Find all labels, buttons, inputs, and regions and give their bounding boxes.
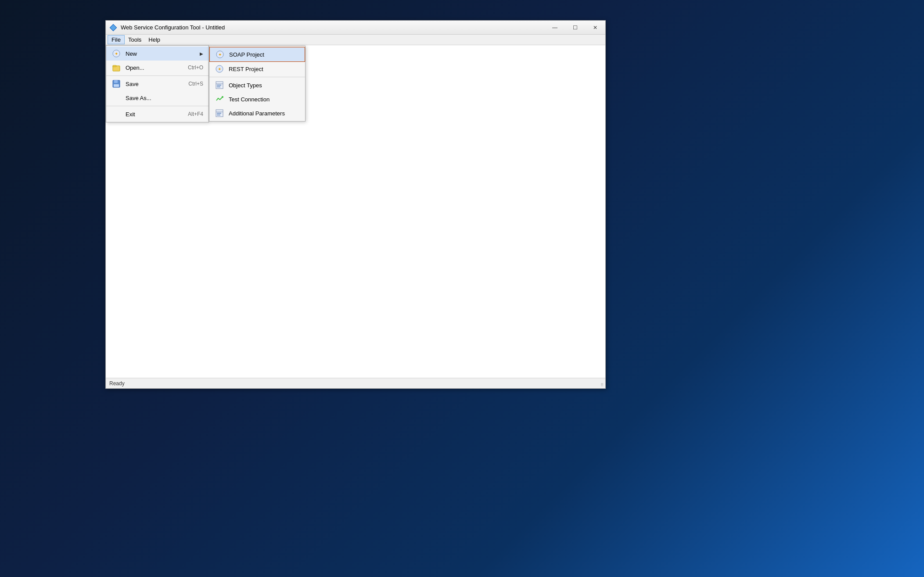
open-shortcut: Ctrl+O	[188, 65, 203, 71]
additional-parameters-label: Additional Parameters	[229, 110, 285, 117]
svg-rect-15	[217, 85, 221, 86]
test-connection-icon	[215, 94, 224, 104]
restore-button[interactable]: ☐	[565, 21, 585, 35]
status-text: Ready	[109, 380, 125, 387]
save-as-label: Save As...	[126, 95, 203, 101]
new-submenu: ✦ SOAP Project ✦ REST Pro	[209, 46, 306, 122]
new-icon-svg: ✦	[112, 49, 121, 58]
exit-label: Exit	[126, 111, 183, 118]
main-window: Web Service Configuration Tool - Untitle…	[105, 20, 606, 389]
svg-text:✦: ✦	[218, 52, 222, 57]
exit-icon	[111, 109, 121, 119]
file-menu-exit[interactable]: Exit Alt+F4	[106, 107, 209, 121]
svg-rect-7	[114, 80, 118, 83]
save-icon	[111, 79, 121, 89]
test-connection-label: Test Connection	[229, 96, 270, 103]
save-shortcut: Ctrl+S	[188, 81, 203, 87]
object-types-icon	[215, 80, 224, 90]
object-types-label: Object Types	[229, 82, 262, 89]
exit-shortcut: Alt+F4	[188, 111, 203, 117]
rest-project-label: REST Project	[229, 66, 263, 72]
new-object-types[interactable]: Object Types	[209, 78, 305, 92]
title-bar-left: Web Service Configuration Tool - Untitle…	[109, 24, 225, 32]
app-icon	[109, 24, 117, 32]
minimize-button[interactable]: —	[545, 21, 565, 35]
separator-2	[106, 106, 209, 106]
new-arrow: ▶	[200, 51, 203, 56]
svg-rect-8	[114, 84, 119, 87]
new-soap-project[interactable]: ✦ SOAP Project	[209, 47, 305, 62]
file-menu-open[interactable]: Open... Ctrl+O	[106, 61, 209, 75]
svg-rect-5	[113, 65, 116, 67]
title-bar-controls: — ☐ ✕	[545, 21, 605, 35]
soap-icon: ✦	[215, 50, 225, 59]
resize-grip: ⠿	[600, 383, 604, 387]
close-button[interactable]: ✕	[585, 21, 605, 35]
open-icon	[111, 63, 121, 72]
additional-params-icon	[215, 108, 224, 118]
save-as-icon	[111, 93, 121, 103]
file-menu-save-as[interactable]: Save As...	[106, 91, 209, 105]
menu-bar: File ✦ New ▶	[106, 35, 605, 45]
rest-icon: ✦	[215, 64, 224, 74]
new-test-connection[interactable]: Test Connection	[209, 92, 305, 106]
svg-point-17	[222, 96, 223, 98]
title-bar: Web Service Configuration Tool - Untitle…	[106, 21, 605, 35]
save-label: Save	[126, 81, 184, 87]
status-bar: Ready ⠿	[106, 378, 605, 388]
svg-rect-16	[217, 86, 220, 87]
file-menu-dropdown: ✦ New ▶ Open... Ctrl+O	[106, 45, 209, 122]
new-label: New	[126, 50, 195, 57]
menu-help[interactable]: Help	[145, 36, 164, 44]
svg-rect-21	[217, 115, 220, 115]
menu-tools[interactable]: Tools	[125, 36, 145, 44]
new-submenu-separator	[209, 77, 305, 77]
open-label: Open...	[126, 65, 183, 71]
window-title: Web Service Configuration Tool - Untitle…	[121, 24, 225, 31]
new-rest-project[interactable]: ✦ REST Project	[209, 62, 305, 76]
separator-1	[106, 75, 209, 76]
svg-rect-20	[217, 113, 221, 114]
new-additional-parameters[interactable]: Additional Parameters	[209, 106, 305, 120]
new-icon: ✦	[111, 49, 121, 58]
svg-text:✦: ✦	[218, 67, 221, 72]
file-menu-new[interactable]: ✦ New ▶	[106, 47, 209, 61]
file-menu-save[interactable]: Save Ctrl+S	[106, 77, 209, 91]
menu-file[interactable]: File ✦ New ▶	[108, 35, 125, 44]
svg-text:✦: ✦	[115, 51, 118, 56]
soap-project-label: SOAP Project	[229, 51, 264, 58]
